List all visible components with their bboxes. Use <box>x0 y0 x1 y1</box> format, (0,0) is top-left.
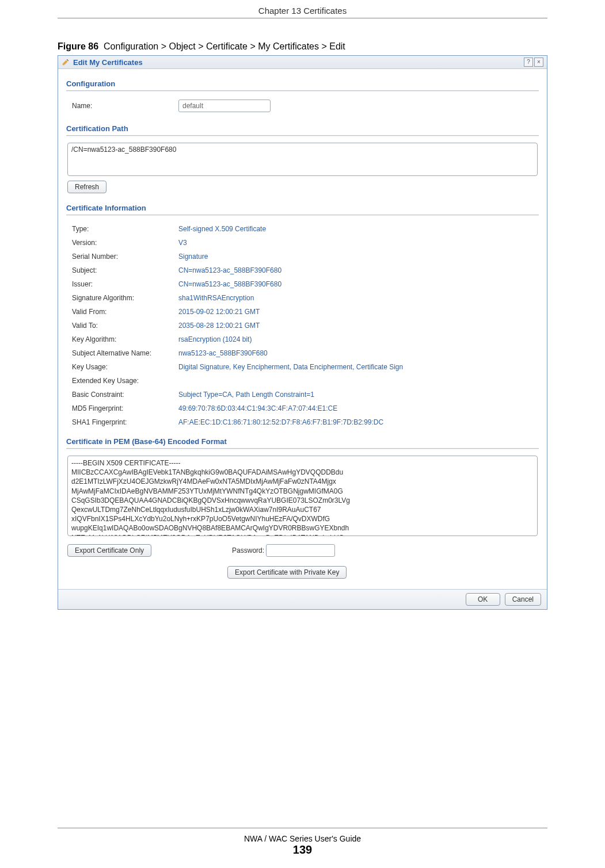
name-input[interactable] <box>178 100 271 112</box>
help-button[interactable]: ? <box>524 58 533 67</box>
cert-info-value: rsaEncryption (1024 bit) <box>178 335 252 343</box>
export-cert-key-button[interactable]: Export Certificate with Private Key <box>227 566 347 579</box>
cert-info-label: SHA1 Fingerprint: <box>72 418 178 426</box>
cert-info-value: CN=nwa5123-ac_588BF390F680 <box>178 280 281 288</box>
cert-info-value: AF:AE:EC:1D:C1:86:71:80:12:52:D7:F8:A6:F… <box>178 418 383 426</box>
cert-info-label: Subject: <box>72 266 178 274</box>
cert-info-row: Issuer:CN=nwa5123-ac_588BF390F680 <box>66 277 539 291</box>
section-cert-info-title: Certificate Information <box>66 204 539 212</box>
cert-info-value: sha1WithRSAEncryption <box>178 294 254 302</box>
cert-info-row: Version:V3 <box>66 236 539 250</box>
cert-info-row: Extended Key Usage: <box>66 374 539 388</box>
cert-info-label: Basic Constraint: <box>72 391 178 399</box>
figure-caption: Figure 86 Configuration > Object > Certi… <box>58 41 547 52</box>
cert-info-value: Subject Type=CA, Path Length Constraint=… <box>178 391 314 399</box>
cert-info-table: Type:Self-signed X.509 CertificateVersio… <box>66 222 539 429</box>
export-row: Export Certificate Only Password: <box>66 542 539 566</box>
cert-info-row: Valid To:2035-08-28 12:00:21 GMT <box>66 319 539 332</box>
figure-number: Figure 86 <box>58 41 98 51</box>
name-label: Name: <box>72 102 178 110</box>
page-number: 139 <box>58 843 547 856</box>
cert-info-value: V3 <box>178 239 187 247</box>
cert-info-label: Version: <box>72 239 178 247</box>
cert-info-label: Key Algorithm: <box>72 335 178 343</box>
cert-info-value: 2035-08-28 12:00:21 GMT <box>178 322 260 330</box>
cert-info-row: MD5 Fingerprint:49:69:70:78:6D:03:44:C1:… <box>66 402 539 415</box>
guide-title: NWA / WAC Series User's Guide <box>58 834 547 843</box>
dialog-title: Edit My Certificates <box>73 58 143 67</box>
chapter-header: Chapter 13 Certificates <box>58 0 547 18</box>
cert-info-value: nwa5123-ac_588BF390F680 <box>178 349 268 357</box>
ok-button[interactable]: OK <box>466 593 500 606</box>
cert-info-row: Basic Constraint:Subject Type=CA, Path L… <box>66 388 539 402</box>
refresh-button[interactable]: Refresh <box>67 181 106 193</box>
cert-info-label: Subject Alternative Name: <box>72 349 178 357</box>
cert-info-label: Key Usage: <box>72 363 178 371</box>
cert-info-label: Valid From: <box>72 308 178 316</box>
edit-icon <box>62 58 70 66</box>
cert-info-label: MD5 Fingerprint: <box>72 404 178 412</box>
cert-info-row: Key Algorithm:rsaEncryption (1024 bit) <box>66 332 539 346</box>
cert-info-row: Valid From:2015-09-02 12:00:21 GMT <box>66 305 539 319</box>
cert-info-value: Self-signed X.509 Certificate <box>178 225 266 233</box>
dialog-footer: OK Cancel <box>58 589 547 609</box>
password-label: Password: <box>232 546 264 555</box>
figure-breadcrumb: Configuration > Object > Certificate > M… <box>104 41 345 51</box>
cancel-button[interactable]: Cancel <box>505 593 541 606</box>
cert-info-row: Type:Self-signed X.509 Certificate <box>66 222 539 236</box>
cert-info-value: CN=nwa5123-ac_588BF390F680 <box>178 266 281 274</box>
cert-info-label: Valid To: <box>72 322 178 330</box>
cert-info-row: Key Usage:Digital Signature, Key Enciphe… <box>66 360 539 374</box>
page-footer: NWA / WAC Series User's Guide 139 <box>58 828 547 856</box>
password-input[interactable] <box>266 544 335 557</box>
cert-info-label: Signature Algorithm: <box>72 294 178 302</box>
cert-info-label: Serial Number: <box>72 253 178 261</box>
cert-info-row: Signature Algorithm:sha1WithRSAEncryptio… <box>66 291 539 305</box>
cert-info-value: 49:69:70:78:6D:03:44:C1:94:3C:4F:A7:07:4… <box>178 404 337 412</box>
section-pem-title: Certificate in PEM (Base-64) Encoded For… <box>66 437 539 446</box>
cert-info-row: Subject Alternative Name:nwa5123-ac_588B… <box>66 346 539 360</box>
cert-info-label: Type: <box>72 225 178 233</box>
cert-path-box[interactable]: /CN=nwa5123-ac_588BF390F680 <box>67 143 538 176</box>
edit-my-certificates-dialog: Edit My Certificates ? × Configuration N… <box>58 55 547 610</box>
cert-info-label: Extended Key Usage: <box>72 377 178 385</box>
close-button[interactable]: × <box>534 58 543 67</box>
dialog-titlebar: Edit My Certificates ? × <box>58 56 547 69</box>
section-configuration-title: Configuration <box>66 79 539 88</box>
cert-info-row: Serial Number:Signature <box>66 250 539 263</box>
cert-info-value: 2015-09-02 12:00:21 GMT <box>178 308 260 316</box>
cert-info-label: Issuer: <box>72 280 178 288</box>
section-cert-path-title: Certification Path <box>66 124 539 133</box>
cert-info-row: Subject:CN=nwa5123-ac_588BF390F680 <box>66 263 539 277</box>
export-cert-only-button[interactable]: Export Certificate Only <box>67 544 151 557</box>
cert-info-value: Signature <box>178 253 208 261</box>
row-name: Name: <box>66 98 539 114</box>
pem-textarea[interactable]: -----BEGIN X509 CERTIFICATE----- MIICBzC… <box>67 456 538 536</box>
cert-info-value: Digital Signature, Key Encipherment, Dat… <box>178 363 403 371</box>
cert-info-row: SHA1 Fingerprint:AF:AE:EC:1D:C1:86:71:80… <box>66 415 539 429</box>
